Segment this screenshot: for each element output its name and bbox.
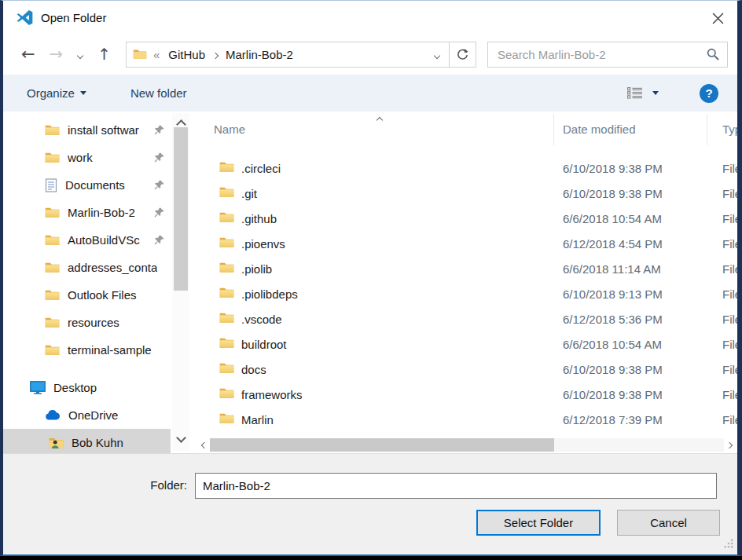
search-icon[interactable] <box>707 48 719 60</box>
pin-icon <box>154 234 165 247</box>
file-type: File <box>722 187 737 200</box>
sidebar-item-label: Outlook Files <box>68 288 137 302</box>
sidebar-item[interactable]: terminal-sample <box>3 336 171 364</box>
sidebar-scrollbar[interactable] <box>172 113 189 451</box>
folder-icon <box>219 312 234 327</box>
resize-grip-icon[interactable] <box>724 538 734 552</box>
breadcrumb-overflow[interactable]: « <box>153 48 160 61</box>
sidebar-item[interactable]: work <box>3 144 171 171</box>
folder-icon <box>45 344 60 356</box>
file-type: File <box>722 413 737 426</box>
sidebar-item[interactable]: AutoBuildVSc <box>3 226 171 254</box>
sidebar-item[interactable]: OneDrive <box>3 401 171 429</box>
sidebar-item[interactable]: Desktop <box>3 374 171 401</box>
main-content: install softwar work Documents Marlin-Bo… <box>3 112 737 453</box>
folder-icon <box>133 49 147 60</box>
address-bar[interactable]: « GitHub Marlin-Bob-2 <box>126 42 450 68</box>
folder-icon <box>219 387 234 402</box>
scroll-left-icon[interactable] <box>199 443 210 448</box>
folder-icon <box>219 412 234 427</box>
file-row[interactable]: .circleci 6/10/2018 9:38 PM File <box>192 156 737 181</box>
vscode-logo-icon <box>16 9 34 27</box>
scrollbar-track[interactable] <box>210 438 724 452</box>
file-date-modified: 6/10/2018 9:38 PM <box>563 162 663 175</box>
sidebar-item[interactable]: Documents <box>3 171 171 199</box>
folder-name-input[interactable] <box>195 473 717 499</box>
folder-icon <box>45 317 60 328</box>
scrollbar-thumb[interactable] <box>210 438 554 452</box>
file-date-modified: 6/10/2018 9:38 PM <box>563 187 663 200</box>
select-folder-button[interactable]: Select Folder <box>476 510 601 536</box>
folder-icon <box>45 262 60 273</box>
file-name: Marlin <box>241 413 274 426</box>
file-row[interactable]: .piolibdeps 6/10/2018 9:13 PM File <box>192 281 737 306</box>
file-type: File <box>722 313 737 326</box>
sidebar-item[interactable]: Bob Kuhn <box>3 429 171 453</box>
organize-menu[interactable]: Organize <box>27 86 86 100</box>
horizontal-scrollbar[interactable] <box>199 438 735 452</box>
recent-locations-chevron-icon[interactable] <box>70 47 90 61</box>
command-toolbar: Organize New folder ? <box>3 75 737 112</box>
user-folder-icon <box>49 437 64 449</box>
change-view-button[interactable] <box>627 87 659 99</box>
file-type: File <box>722 388 737 401</box>
close-icon[interactable] <box>707 8 728 28</box>
cancel-button[interactable]: Cancel <box>617 510 720 536</box>
breadcrumb-item-github[interactable]: GitHub <box>165 48 208 61</box>
column-header-type[interactable]: Typ <box>722 123 737 136</box>
column-header-date-modified[interactable]: Date modified <box>563 123 636 136</box>
folder-icon <box>45 289 60 301</box>
file-row[interactable]: frameworks 6/10/2018 9:38 PM File <box>192 382 737 407</box>
forward-arrow-icon[interactable]: → <box>42 46 71 63</box>
sidebar-item[interactable]: Outlook Files <box>3 281 171 309</box>
file-rows: .circleci 6/10/2018 9:38 PM File .git 6/… <box>192 156 737 432</box>
document-icon <box>45 178 57 192</box>
file-name: docs <box>241 363 266 376</box>
address-dropdown-chevron-icon[interactable] <box>432 47 443 61</box>
file-date-modified: 6/10/2018 9:38 PM <box>563 388 663 401</box>
scroll-down-icon[interactable] <box>178 430 185 445</box>
file-row[interactable]: Marlin 6/12/2018 7:39 PM File <box>192 407 737 432</box>
search-input[interactable] <box>496 47 707 62</box>
column-separator[interactable] <box>707 114 707 145</box>
file-list: Name Date modified Typ .circleci 6/10/20… <box>192 112 737 453</box>
breadcrumb-item-current[interactable]: Marlin-Bob-2 <box>222 48 296 61</box>
help-button[interactable]: ? <box>700 84 718 103</box>
back-arrow-icon[interactable]: ← <box>14 46 42 63</box>
sidebar-item-label: Documents <box>65 178 125 192</box>
sidebar-item[interactable]: Marlin-Bob-2 <box>3 199 171 226</box>
column-separator[interactable] <box>553 114 554 145</box>
folder-icon <box>219 337 234 352</box>
sidebar-item[interactable]: install softwar <box>3 116 171 144</box>
sidebar-item[interactable]: addresses_conta <box>3 254 171 281</box>
scroll-right-icon[interactable] <box>724 443 735 448</box>
file-list-header: Name Date modified Typ <box>192 112 737 147</box>
file-row[interactable]: .github 6/6/2018 10:54 AM File <box>192 206 737 231</box>
breadcrumb-separator-icon <box>213 47 218 61</box>
up-arrow-icon[interactable]: ↑ <box>90 46 118 62</box>
file-name: .circleci <box>241 162 281 175</box>
search-box <box>487 42 728 68</box>
refresh-button[interactable] <box>450 42 476 68</box>
file-row[interactable]: .git 6/10/2018 9:38 PM File <box>192 181 737 206</box>
file-row[interactable]: .piolib 6/6/2018 11:14 AM File <box>192 256 737 281</box>
sidebar-item-label: resources <box>68 316 119 329</box>
details-view-icon <box>627 87 643 99</box>
sidebar-item[interactable]: resources <box>3 309 171 336</box>
sidebar-item-label: Marlin-Bob-2 <box>68 206 135 219</box>
file-type: File <box>722 363 737 376</box>
folder-icon <box>219 262 234 276</box>
new-folder-button[interactable]: New folder <box>130 86 187 100</box>
column-header-name[interactable]: Name <box>214 123 245 136</box>
folder-icon <box>219 211 234 226</box>
file-date-modified: 6/6/2018 11:14 AM <box>563 262 661 276</box>
file-row[interactable]: docs 6/10/2018 9:38 PM File <box>192 357 737 382</box>
file-row[interactable]: .vscode 6/12/2018 5:36 PM File <box>192 306 737 331</box>
sidebar-item-label: Desktop <box>53 381 97 394</box>
file-name: .pioenvs <box>241 237 285 251</box>
navigation-bar: ← → ↑ « GitHub Marlin-Bob-2 <box>3 34 737 75</box>
file-row[interactable]: buildroot 6/6/2018 10:54 AM File <box>192 331 737 357</box>
file-row[interactable]: .pioenvs 6/12/2018 4:54 PM File <box>192 231 737 256</box>
scrollbar-thumb[interactable] <box>174 127 188 291</box>
file-date-modified: 6/10/2018 9:38 PM <box>563 363 663 376</box>
